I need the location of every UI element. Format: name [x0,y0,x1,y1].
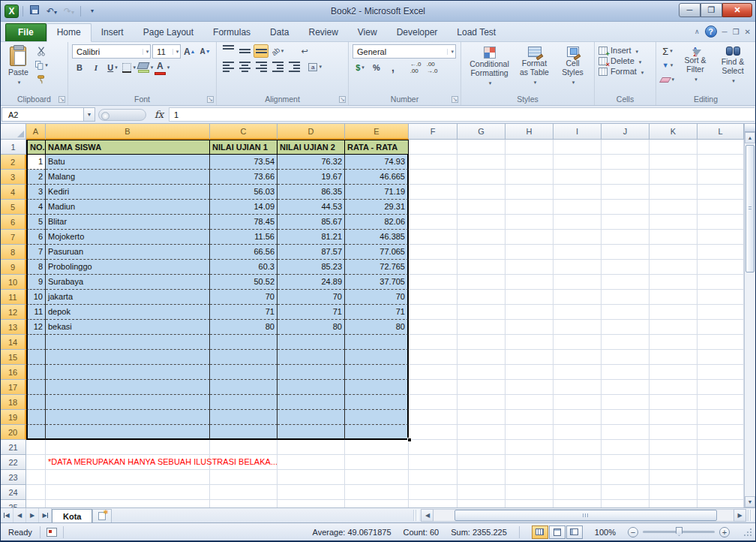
cell-G6[interactable] [458,215,506,230]
cell-I18[interactable] [554,395,602,410]
cell-K14[interactable] [650,335,698,350]
cell-C11[interactable]: 70 [210,290,278,305]
row-header-10[interactable]: 10 [1,275,26,290]
cell-F8[interactable] [409,245,458,260]
cell-H20[interactable] [506,425,554,440]
cell-B4[interactable]: Kediri [46,185,210,200]
vertical-scroll-thumb[interactable] [746,145,754,273]
cell-G21[interactable] [458,440,506,455]
cell-G5[interactable] [458,200,506,215]
column-header-F[interactable]: F [409,124,458,140]
cell-E20[interactable] [345,425,409,440]
cell-G20[interactable] [458,425,506,440]
cell-H25[interactable] [506,500,554,507]
cell-B14[interactable] [46,335,210,350]
clear-button[interactable] [660,73,675,86]
cell-C20[interactable] [210,425,278,440]
cell-A5[interactable]: 4 [26,200,46,215]
cell-F25[interactable] [409,500,458,507]
row-header-1[interactable]: 1 [1,140,26,155]
redo-button[interactable]: ↷▾ [62,5,76,18]
comma-style-button[interactable] [386,61,400,74]
format-as-table-button[interactable]: Format as Table [514,44,555,93]
insert-function-button[interactable]: fx [149,109,169,120]
cell-D18[interactable] [278,395,345,410]
cell-I25[interactable] [554,500,602,507]
last-sheet-button[interactable]: ▶ [39,508,52,522]
column-header-E[interactable]: E [345,124,409,140]
cell-E24[interactable] [345,485,409,500]
cell-J3[interactable] [602,170,650,185]
cell-B11[interactable]: jakarta [46,290,210,305]
cell-C6[interactable]: 78.45 [210,215,278,230]
cell-B1[interactable]: NAMA SISWA [46,140,210,155]
cell-I20[interactable] [554,425,602,440]
font-family-select[interactable]: Calibri▾ [72,44,151,59]
cell-E4[interactable]: 71.19 [345,185,409,200]
cell-C1[interactable]: NILAI UJIAN 1 [210,140,278,155]
column-header-C[interactable]: C [210,124,278,140]
cell-H17[interactable] [506,380,554,395]
cell-G7[interactable] [458,230,506,245]
cell-I16[interactable] [554,365,602,380]
cell-E3[interactable]: 46.665 [345,170,409,185]
cell-L15[interactable] [698,350,744,365]
number-dialog-launcher-icon[interactable]: ↘ [452,96,458,103]
cell-F19[interactable] [409,410,458,425]
middle-align-button[interactable] [237,44,252,58]
cell-I12[interactable] [554,305,602,320]
cell-F4[interactable] [409,185,458,200]
save-button[interactable] [27,5,42,18]
cell-F21[interactable] [409,440,458,455]
cell-H14[interactable] [506,335,554,350]
cell-I19[interactable] [554,410,602,425]
row-header-8[interactable]: 8 [1,245,26,260]
cell-C4[interactable]: 56.03 [210,185,278,200]
cell-L3[interactable] [698,170,744,185]
ribbon-tab-load-test[interactable]: Load Test [447,24,506,41]
cell-G13[interactable] [458,320,506,335]
ribbon-tab-file[interactable]: File [5,23,46,41]
cell-E7[interactable]: 46.385 [345,230,409,245]
italic-button[interactable] [88,61,104,74]
zoom-out-button[interactable]: − [628,527,638,537]
cell-L4[interactable] [698,185,744,200]
cell-J21[interactable] [602,440,650,455]
orientation-button[interactable] [270,44,285,58]
cell-C8[interactable]: 66.56 [210,245,278,260]
cell-F12[interactable] [409,305,458,320]
cell-L12[interactable] [698,305,744,320]
cell-B20[interactable] [46,425,210,440]
cell-C5[interactable]: 14.09 [210,200,278,215]
cell-J10[interactable] [602,275,650,290]
row-header-20[interactable]: 20 [1,425,26,440]
column-header-J[interactable]: J [602,124,650,140]
scroll-left-button[interactable]: ◀ [421,509,434,522]
cell-H23[interactable] [506,470,554,485]
vertical-scroll-track[interactable] [745,274,755,496]
cell-F22[interactable] [409,455,458,470]
cell-J14[interactable] [602,335,650,350]
cell-K19[interactable] [650,410,698,425]
cell-H3[interactable] [506,170,554,185]
cell-E6[interactable]: 82.06 [345,215,409,230]
row-header-2[interactable]: 2 [1,155,26,170]
cell-A3[interactable]: 2 [26,170,46,185]
cell-C10[interactable]: 50.52 [210,275,278,290]
horizontal-scrollbar[interactable]: ◀ ▶ [421,509,746,522]
cell-E10[interactable]: 37.705 [345,275,409,290]
align-left-button[interactable] [220,60,236,74]
cell-L6[interactable] [698,215,744,230]
cell-D5[interactable]: 44.53 [278,200,345,215]
cell-D8[interactable]: 87.57 [278,245,345,260]
cell-A7[interactable]: 6 [26,230,46,245]
cell-G1[interactable] [458,140,506,155]
cell-F14[interactable] [409,335,458,350]
fill-handle[interactable] [407,438,412,442]
column-header-G[interactable]: G [458,124,506,140]
cell-J22[interactable] [602,455,650,470]
row-header-24[interactable]: 24 [1,485,26,500]
cell-A15[interactable] [26,350,46,365]
cell-E9[interactable]: 72.765 [345,260,409,275]
cell-F11[interactable] [409,290,458,305]
